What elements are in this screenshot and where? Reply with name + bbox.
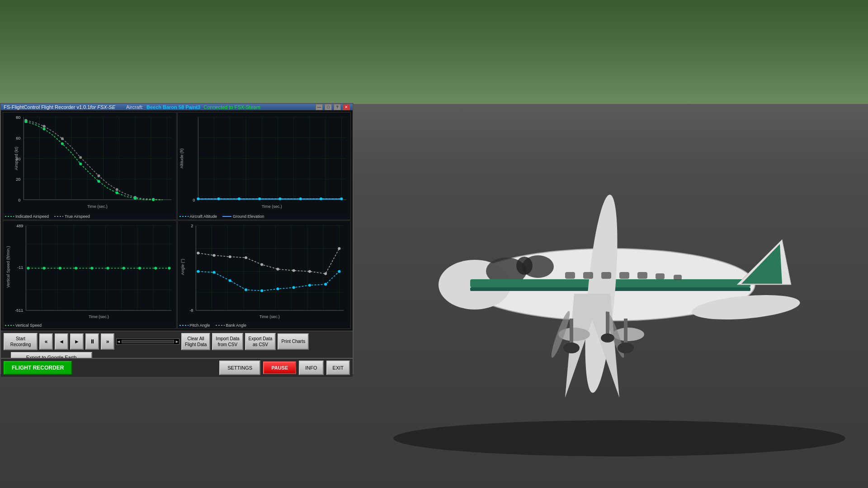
aircraft-info: Aircraft: Beech Baron 58 Paint3 Connecte… [126, 104, 260, 110]
title-bar: FS-FlightControl Flight Recorder v1.0.1f… [1, 104, 353, 110]
svg-point-94 [197, 197, 199, 200]
svg-point-127 [59, 267, 61, 270]
svg-point-69 [116, 192, 118, 194]
svg-point-128 [75, 267, 77, 270]
svg-text:20: 20 [16, 177, 20, 182]
altitude-aircraft-label: Aircraft Altitude [190, 214, 217, 219]
svg-point-64 [24, 120, 27, 123]
svg-point-162 [276, 268, 279, 271]
svg-point-22 [601, 333, 614, 343]
svg-point-165 [324, 272, 327, 275]
clear-all-button[interactable]: Clear All Flight Data [181, 333, 210, 350]
altitude-legend: Aircraft Altitude Ground Elevation [178, 213, 351, 220]
svg-point-125 [27, 267, 29, 270]
svg-text:Time (sec.): Time (sec.) [87, 204, 108, 209]
toolbar: Start Recording « ◄ ► ⏸ » ◄ ► Clear All … [1, 331, 353, 358]
svg-point-133 [154, 267, 157, 270]
svg-rect-28 [656, 273, 665, 279]
flight-recorder-button[interactable]: FLIGHT RECORDER [4, 361, 72, 375]
svg-point-100 [320, 197, 322, 200]
svg-text:Time (sec.): Time (sec.) [89, 315, 109, 319]
svg-point-173 [292, 286, 295, 289]
charts-area: 80 60 40 20 0 Airspeed (kt) Time (sec.) [1, 110, 353, 331]
angle-chart: 2 -8 Angle (°) Time (sec.) [177, 221, 351, 328]
svg-rect-72 [178, 113, 351, 213]
maximize-button[interactable]: □ [325, 104, 332, 110]
svg-point-66 [61, 142, 64, 145]
svg-point-61 [116, 188, 118, 191]
svg-rect-18 [624, 319, 627, 346]
svg-point-166 [338, 247, 340, 250]
start-recording-button[interactable]: Start Recording [4, 333, 38, 350]
svg-point-134 [168, 267, 170, 270]
svg-point-20 [563, 343, 580, 353]
svg-point-172 [276, 288, 279, 291]
svg-text:2: 2 [191, 224, 193, 229]
svg-rect-19 [606, 312, 609, 337]
svg-point-169 [228, 279, 231, 282]
svg-point-68 [97, 180, 100, 183]
svg-point-70 [134, 197, 137, 200]
minimize-button[interactable]: — [316, 104, 323, 110]
svg-marker-8 [741, 244, 782, 284]
airspeed-true-label: True Airspeed [65, 214, 90, 219]
svg-text:Airspeed (kt): Airspeed (kt) [14, 147, 19, 170]
svg-point-96 [237, 197, 240, 200]
svg-point-101 [340, 197, 343, 200]
help-button[interactable]: ? [334, 104, 341, 110]
svg-point-129 [90, 267, 93, 270]
svg-text:Vertical Speed (ft/min.): Vertical Speed (ft/min.) [6, 246, 10, 288]
airspeed-indicated-label: Indicated Airspeed [15, 214, 49, 219]
settings-button[interactable]: SETTINGS [219, 361, 260, 375]
progress-right-arrow[interactable]: ► [175, 339, 179, 344]
nav-forward-button[interactable]: » [101, 333, 114, 350]
svg-text:80: 80 [16, 115, 20, 120]
svg-rect-26 [619, 272, 629, 279]
altitude-ground-label: Ground Elevation [233, 214, 264, 219]
print-charts-button[interactable]: Print Charts [278, 333, 309, 350]
svg-point-65 [43, 128, 46, 131]
altitude-chart: 0 Altitude (ft) Time (sec.) [177, 112, 351, 220]
svg-text:0: 0 [193, 198, 195, 202]
close-button[interactable]: ✕ [343, 104, 350, 110]
svg-rect-29 [674, 275, 682, 280]
svg-text:60: 60 [16, 136, 20, 141]
svg-point-159 [228, 256, 231, 258]
svg-point-163 [292, 269, 295, 272]
info-button[interactable]: INFO [299, 361, 323, 375]
svg-text:-11: -11 [17, 265, 23, 270]
svg-point-95 [217, 197, 220, 200]
pause-button[interactable]: PAUSE [263, 361, 296, 374]
svg-point-158 [212, 254, 215, 257]
app-window: FS-FlightControl Flight Recorder v1.0.1f… [0, 103, 354, 374]
svg-point-67 [79, 163, 82, 165]
svg-point-57 [43, 125, 46, 127]
svg-point-168 [212, 271, 215, 274]
svg-point-170 [244, 289, 247, 291]
svg-point-21 [618, 343, 634, 353]
airspeed-chart: 80 60 40 20 0 Airspeed (kt) Time (sec.) [3, 112, 177, 220]
vertical-speed-chart: 489 -11 -511 Vertical Speed (ft/min.) Ti… [3, 221, 177, 328]
svg-point-157 [197, 252, 199, 254]
svg-point-160 [244, 257, 247, 259]
title-bar-left: FS-FlightControl Flight Recorder v1.0.1f… [4, 104, 269, 110]
svg-point-167 [197, 270, 199, 273]
action-bar: FLIGHT RECORDER SETTINGS PAUSE INFO EXIT [1, 358, 353, 377]
progress-left-arrow[interactable]: ◄ [117, 339, 121, 344]
nav-pause-button[interactable]: ⏸ [85, 333, 99, 350]
svg-point-99 [299, 197, 302, 200]
export-data-button[interactable]: Export Data as CSV [245, 333, 276, 350]
app-title: FS-FlightControl Flight Recorder v1.0.1f… [4, 104, 115, 110]
nav-play-button[interactable]: ► [70, 333, 84, 350]
exit-button[interactable]: EXIT [326, 361, 350, 375]
svg-point-176 [338, 270, 340, 273]
svg-point-59 [79, 156, 82, 159]
svg-point-171 [260, 290, 263, 292]
nav-back-back-button[interactable]: « [39, 333, 53, 350]
nav-back-button[interactable]: ◄ [55, 333, 68, 350]
svg-point-0 [393, 420, 845, 456]
svg-point-58 [61, 137, 64, 140]
import-data-button[interactable]: Import Data from CSV [212, 333, 243, 350]
svg-point-161 [260, 263, 263, 266]
angle-legend: Pitch Angle Bank Angle [178, 322, 351, 328]
